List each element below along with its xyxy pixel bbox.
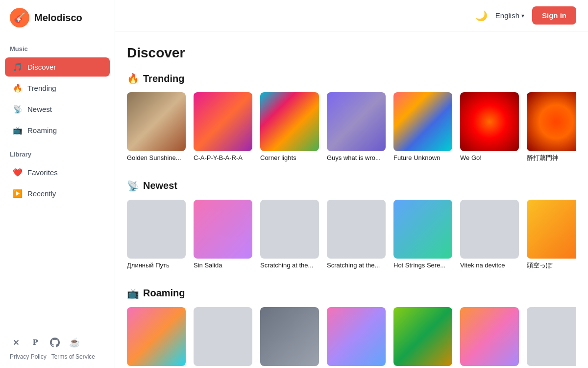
music-card-title: Future Unknown (393, 154, 452, 162)
discover-icon: 🎵 (13, 62, 23, 72)
music-card-image (460, 92, 519, 151)
music-card[interactable]: 頭空っぽ (527, 200, 576, 270)
roaming-section-title: Roaming (143, 288, 185, 299)
music-card-image (260, 307, 319, 366)
music-card-image (260, 200, 319, 259)
language-selector[interactable]: English ▾ (495, 11, 524, 20)
newest-section-title: Newest (143, 180, 177, 191)
main-content: 🌙 English ▾ Sign in Discover 🔥 Trending … (115, 0, 588, 368)
roaming-icon: 📺 (13, 126, 23, 135)
music-card[interactable]: Scratching at the... (327, 200, 386, 270)
terms-of-service-link[interactable]: Terms of Service (51, 353, 95, 360)
music-card[interactable]: Corner lights (260, 92, 319, 162)
music-card[interactable]: Sin Salida (194, 200, 252, 270)
sidebar-item-discover[interactable]: 🎵 Discover (5, 57, 110, 77)
producthunt-icon[interactable]: 𝐏 (29, 337, 41, 348)
music-card-image (527, 307, 576, 366)
music-card-image (460, 200, 519, 259)
music-card-title: Длинный Путь (127, 262, 186, 270)
recently-icon: ▶️ (13, 189, 23, 198)
theme-toggle-button[interactable]: 🌙 (475, 10, 488, 22)
music-card[interactable] (327, 307, 386, 368)
sidebar-newest-label: Newest (27, 105, 52, 113)
music-card-title: 頭空っぽ (527, 262, 576, 270)
newest-section-header: 📡 Newest (127, 180, 576, 192)
sidebar-roaming-label: Roaming (27, 126, 57, 134)
twitter-icon[interactable]: ✕ (10, 337, 22, 348)
music-card-image (527, 92, 576, 151)
app-logo-icon: 🎸 (10, 8, 29, 27)
music-card[interactable] (194, 307, 252, 368)
sidebar-item-trending[interactable]: 🔥 Trending (5, 79, 110, 98)
sidebar-recently-label: Recently (27, 189, 56, 198)
trending-section-title: Trending (143, 73, 184, 84)
sidebar-item-newest[interactable]: 📡 Newest (5, 100, 110, 119)
sidebar-item-recently[interactable]: ▶️ Recently (5, 184, 110, 203)
trending-section-icon: 🔥 (127, 73, 139, 84)
music-card-image (527, 200, 576, 259)
app-name: Melodisco (34, 12, 82, 24)
newest-cards-row: Длинный ПутьSin SalidaScratching at the.… (127, 200, 576, 274)
music-card[interactable] (393, 307, 452, 368)
trending-cards-row: Golden Sunshine...C-A-P-Y-B-A-R-ACorner … (127, 92, 576, 166)
content-area: Discover 🔥 Trending Golden Sunshine...C-… (115, 31, 588, 368)
music-card[interactable]: We Go! (460, 92, 519, 162)
sidebar-item-favorites[interactable]: ❤️ Favorites (5, 163, 110, 182)
page-title: Discover (127, 45, 576, 61)
sidebar-favorites-label: Favorites (27, 168, 58, 177)
music-card[interactable] (527, 307, 576, 368)
music-card[interactable]: Scratching at the... (260, 200, 319, 270)
sidebar-item-roaming[interactable]: 📺 Roaming (5, 121, 110, 140)
music-card-title: We Go! (460, 154, 519, 162)
music-card-title: C-A-P-Y-B-A-R-A (194, 154, 252, 162)
music-card[interactable]: Guys what is wro... (327, 92, 386, 162)
music-card-title: Guys what is wro... (327, 154, 386, 162)
buymecoffee-icon[interactable]: ☕ (69, 337, 80, 348)
newest-icon: 📡 (13, 105, 23, 114)
music-card[interactable]: Future Unknown (393, 92, 452, 162)
music-card-title: Golden Sunshine... (127, 154, 186, 162)
music-card-image (260, 92, 319, 151)
music-card[interactable]: Hot Strings Sere... (393, 200, 452, 270)
music-card-image (460, 307, 519, 366)
music-card-title: Scratching at the... (327, 262, 386, 270)
music-card-image (327, 307, 386, 366)
topbar: 🌙 English ▾ Sign in (115, 0, 588, 31)
roaming-section: 📺 Roaming (127, 288, 576, 368)
privacy-policy-link[interactable]: Privacy Policy (10, 353, 47, 360)
social-links: ✕ 𝐏 ☕ (10, 337, 105, 348)
music-card-image (194, 92, 252, 151)
svg-text:🎸: 🎸 (14, 12, 26, 24)
music-card-image (194, 200, 252, 259)
music-card-title: Vitek na devitce (460, 262, 519, 270)
music-card[interactable]: Golden Sunshine... (127, 92, 186, 162)
sidebar-trending-label: Trending (27, 84, 56, 92)
roaming-section-header: 📺 Roaming (127, 288, 576, 299)
footer-links: Privacy Policy Terms of Service (10, 353, 105, 360)
music-card-image (393, 307, 452, 366)
music-card-image (127, 92, 186, 151)
library-section-label: Library (0, 141, 115, 162)
trending-section-header: 🔥 Trending (127, 73, 576, 84)
music-card-image (127, 200, 186, 259)
trending-icon: 🔥 (13, 83, 23, 93)
music-card[interactable]: Длинный Путь (127, 200, 186, 270)
music-card[interactable]: 醉打藕門神 (527, 92, 576, 162)
music-card-image (327, 92, 386, 151)
music-card[interactable] (260, 307, 319, 368)
music-card[interactable] (460, 307, 519, 368)
logo-area: 🎸 Melodisco (0, 0, 115, 35)
music-card-title: Scratching at the... (260, 262, 319, 270)
music-card[interactable]: C-A-P-Y-B-A-R-A (194, 92, 252, 162)
music-card-image (194, 307, 252, 366)
music-card-title: Sin Salida (194, 262, 252, 270)
music-card-image (127, 307, 186, 366)
language-label: English (495, 11, 519, 20)
music-card[interactable]: Vitek na devitce (460, 200, 519, 270)
sign-in-button[interactable]: Sign in (532, 6, 576, 25)
sidebar: 🎸 Melodisco Music 🎵 Discover 🔥 Trending … (0, 0, 115, 368)
github-icon[interactable] (49, 337, 61, 348)
sidebar-bottom: ✕ 𝐏 ☕ Privacy Policy Terms of Service (0, 329, 115, 368)
chevron-down-icon: ▾ (521, 12, 524, 19)
music-card[interactable] (127, 307, 186, 368)
